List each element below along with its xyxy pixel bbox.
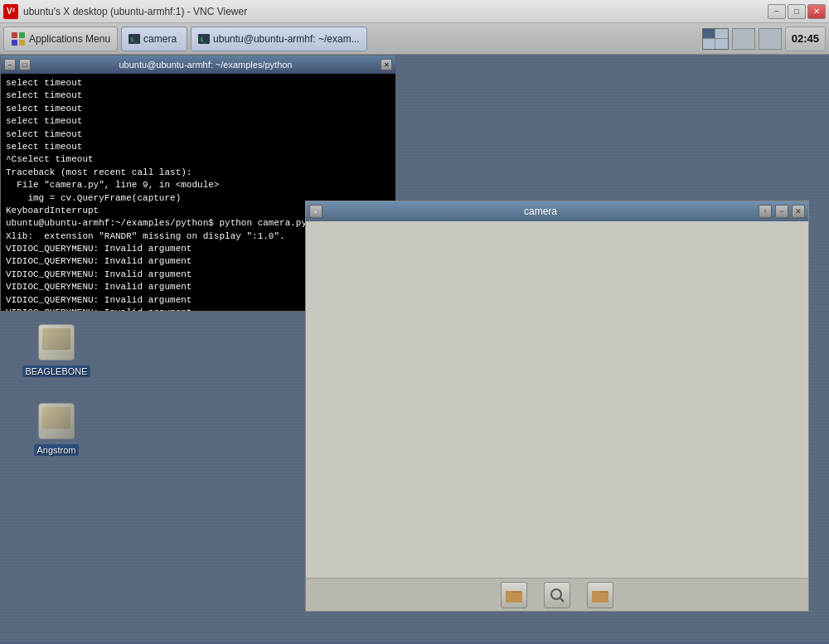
svg-rect-9 — [506, 593, 522, 603]
folder-right-button[interactable] — [587, 582, 613, 608]
camera-window: ▪ camera ↑ − ✕ — [305, 201, 809, 612]
workspace-pager[interactable] — [702, 28, 729, 50]
terminal-line: select timeout — [6, 103, 390, 115]
terminal-line: File "camera.py", line 9, in <module> — [6, 179, 390, 191]
beaglebone-icon-label: BEAGLEBONE — [22, 366, 90, 377]
terminal-line: Traceback (most recent call last): — [6, 167, 390, 179]
camera-close-button[interactable]: ✕ — [792, 205, 805, 218]
svg-rect-14 — [592, 593, 608, 603]
svg-rect-1 — [19, 32, 25, 38]
camera-icon-btn[interactable]: ▪ — [309, 205, 322, 218]
svg-text:$_: $_ — [200, 36, 207, 43]
camera-title: camera — [326, 206, 755, 217]
applications-icon — [11, 31, 26, 46]
svg-rect-3 — [19, 40, 25, 46]
workspace-1[interactable] — [703, 29, 715, 39]
terminal-line: select timeout — [6, 128, 390, 141]
vnc-window-controls: − □ ✕ — [768, 4, 826, 19]
terminal-line: ^Cselect timeout — [6, 153, 390, 166]
angstrom-desktop-icon[interactable]: Angstrom — [23, 401, 90, 456]
terminal-titlebar: − □ ubuntu@ubuntu-armhf: ~/examples/pyth… — [1, 56, 395, 74]
svg-point-11 — [551, 589, 561, 599]
vnc-icon: V² — [3, 4, 18, 19]
camera-titlebar: ▪ camera ↑ − ✕ — [306, 201, 808, 221]
workspace-4[interactable] — [715, 39, 728, 49]
applications-menu-label: Applications Menu — [29, 33, 110, 45]
taskbar-ubuntu-button[interactable]: $_ ubuntu@ubuntu-armhf: ~/exam... — [191, 27, 367, 51]
svg-rect-0 — [12, 32, 17, 38]
beaglebone-icon-img — [36, 322, 76, 362]
terminal-minimize-button[interactable]: − — [4, 59, 16, 70]
camera-minimize-button[interactable]: − — [775, 205, 788, 218]
search-button[interactable] — [544, 582, 570, 608]
applications-menu-button[interactable]: Applications Menu — [3, 27, 118, 51]
terminal-line: select timeout — [6, 77, 390, 90]
taskbar-right-area: 02:45 — [702, 27, 826, 51]
angstrom-icon-label: Angstrom — [34, 444, 78, 456]
camera-content-area — [306, 221, 808, 578]
ubuntu-tab-label: ubuntu@ubuntu-armhf: ~/exam... — [213, 33, 360, 45]
vnc-title: ubuntu's X desktop (ubuntu-armhf:1) - VN… — [23, 6, 768, 17]
terminal-maximize-button[interactable]: □ — [19, 59, 31, 70]
desktop: − □ ubuntu@ubuntu-armhf: ~/examples/pyth… — [0, 55, 829, 642]
terminal-line: select timeout — [6, 90, 390, 102]
vnc-maximize-button[interactable]: □ — [788, 4, 806, 19]
workspace-2[interactable] — [715, 29, 728, 39]
vnc-close-button[interactable]: ✕ — [807, 4, 826, 19]
beaglebone-desktop-icon[interactable]: BEAGLEBONE — [23, 322, 90, 377]
taskbar-extra-btn2[interactable] — [759, 28, 782, 50]
search-icon — [549, 587, 565, 603]
drive-icon2 — [38, 403, 75, 439]
terminal-title: ubuntu@ubuntu-armhf: ~/examples/python — [34, 60, 377, 70]
taskbar-camera-button[interactable]: $_ camera — [121, 27, 187, 51]
terminal-icon: $_ — [128, 34, 140, 44]
workspace-3[interactable] — [703, 39, 715, 49]
camera-toolbar — [306, 578, 808, 611]
vnc-taskbar: Applications Menu $_ camera $_ ubuntu@ub… — [0, 23, 829, 55]
camera-up-button[interactable]: ↑ — [759, 205, 772, 218]
vnc-minimize-button[interactable]: − — [768, 4, 786, 19]
svg-rect-15 — [592, 591, 599, 593]
terminal-line: select timeout — [6, 115, 390, 128]
svg-line-12 — [560, 598, 565, 602]
svg-rect-10 — [506, 591, 513, 593]
terminal-line: select timeout — [6, 141, 390, 153]
clock-display: 02:45 — [785, 27, 826, 51]
angstrom-icon-img — [36, 401, 76, 441]
drive-icon — [38, 324, 75, 361]
terminal-icon2: $_ — [198, 34, 210, 44]
folder-left-button[interactable] — [501, 582, 527, 608]
terminal-close-button[interactable]: ✕ — [381, 59, 392, 70]
svg-text:$_: $_ — [130, 36, 138, 43]
folder-left-icon — [506, 588, 522, 603]
vnc-titlebar: V² ubuntu's X desktop (ubuntu-armhf:1) -… — [0, 0, 829, 23]
vnc-viewer-window: V² ubuntu's X desktop (ubuntu-armhf:1) -… — [0, 0, 829, 644]
taskbar-extra-btn1[interactable] — [732, 28, 755, 50]
folder-right-icon — [592, 588, 608, 603]
camera-tab-label: camera — [143, 33, 177, 45]
svg-rect-2 — [12, 40, 17, 46]
